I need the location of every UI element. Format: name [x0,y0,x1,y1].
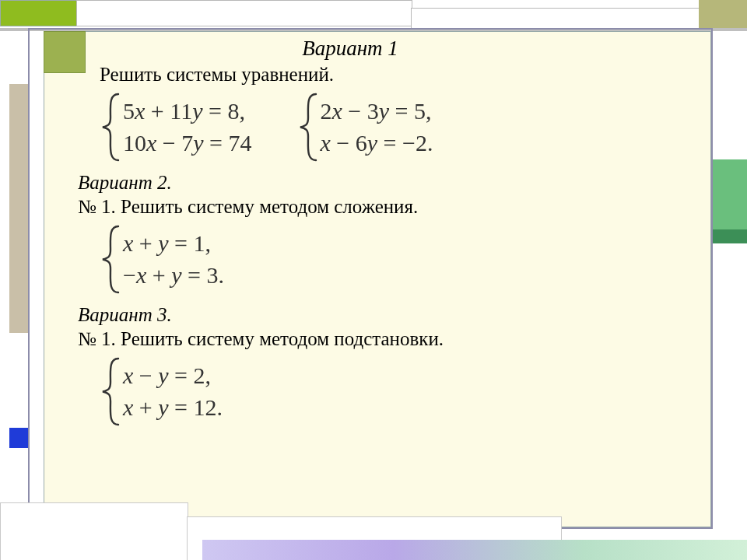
equation-line: x + y = 1, [123,228,224,260]
decor-right-green-b [710,229,747,243]
decor-green-box [0,0,78,26]
variant3-task: № 1. Решить систему методом подстановки. [78,327,693,352]
variant1-title: Вариант 1 [78,36,622,61]
brace-icon [101,93,121,162]
decor-bottom-left [0,502,188,560]
variant3-system-row: x − y = 2, x + y = 12. [101,360,693,423]
brace-icon [101,357,121,426]
brace-icon [299,93,319,162]
decor-right-rail [710,31,747,529]
variant2-system-row: x + y = 1, −x + y = 3. [101,228,693,291]
decor-bottom-gradient [202,540,747,560]
slide-stage: Вариант 1 Решить системы уравнений. 5x +… [0,0,747,560]
equation-line: −x + y = 3. [123,260,224,292]
decor-left-col [0,31,9,529]
decor-right-green-a [710,159,747,229]
variant3-system: x − y = 2, x + y = 12. [101,360,223,423]
decor-left-band [9,84,28,333]
brace-icon [101,225,121,294]
variant1-system-2: 2x − 3y = 5, x − 6y = −2. [299,96,433,159]
decor-top-frame [76,0,412,26]
equation-line: 10x − 7y = 74 [123,128,252,159]
decor-top-right-frame [411,8,700,30]
decor-khaki-bar [699,0,747,29]
variant2-system: x + y = 1, −x + y = 3. [101,228,224,291]
variant1-system-1: 5x + 11y = 8, 10x − 7y = 74 [101,96,252,159]
variant3-title: Вариант 3. [78,303,693,327]
equation-line: x − 6y = −2. [321,128,433,159]
content-area: Вариант 1 Решить системы уравнений. 5x +… [78,36,693,436]
variant2-title: Вариант 2. [78,171,693,195]
variant2-task: № 1. Решить систему методом сложения. [78,195,693,219]
variant1-instruction: Решить системы уравнений. [100,63,693,87]
equation-line: x + y = 12. [123,392,223,424]
equation-line: 5x + 11y = 8, [123,96,252,128]
decor-blue-segment [9,428,28,448]
variant1-systems-row: 5x + 11y = 8, 10x − 7y = 74 2x − 3y = 5,… [101,96,693,159]
equation-line: 2x − 3y = 5, [321,96,433,128]
equation-line: x − y = 2, [123,360,223,392]
